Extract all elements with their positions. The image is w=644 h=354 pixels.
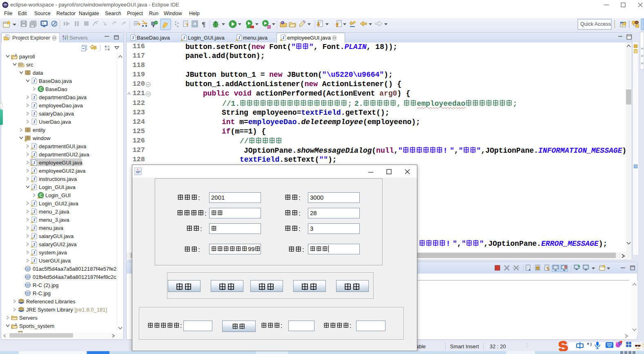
svg-text:¶: ¶	[202, 20, 205, 28]
svg-text:S: S	[559, 340, 569, 352]
svg-text:Quick Access: Quick Access	[580, 21, 611, 27]
